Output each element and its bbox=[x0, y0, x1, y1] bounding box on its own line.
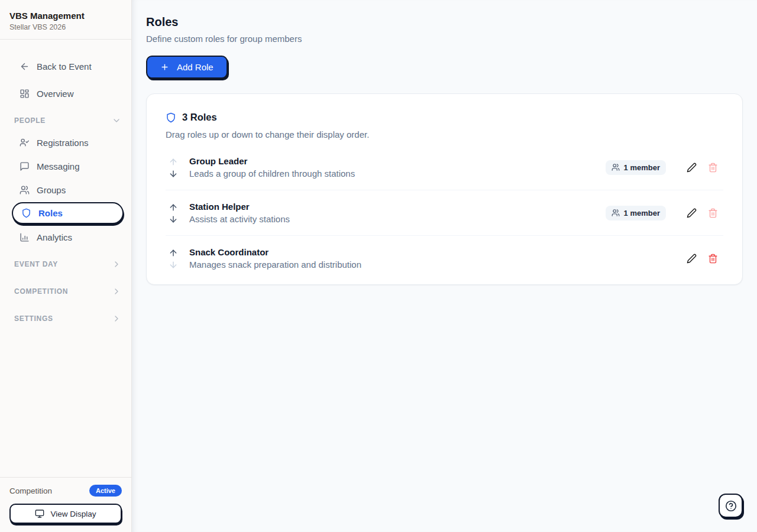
section-header-event-day[interactable]: EVENT DAY bbox=[0, 252, 131, 276]
section-label: EVENT DAY bbox=[14, 260, 58, 268]
pencil-icon bbox=[687, 254, 697, 264]
add-role-label: Add Role bbox=[177, 62, 213, 72]
member-count-label: 1 member bbox=[624, 163, 660, 172]
help-circle-icon bbox=[724, 499, 737, 512]
trash-icon bbox=[708, 208, 718, 218]
drag-hint-text: Drag roles up or down to change their di… bbox=[166, 129, 723, 140]
dashboard-grid-icon bbox=[20, 89, 30, 99]
competition-status-label: Competition bbox=[9, 486, 52, 495]
section-header-settings[interactable]: SETTINGS bbox=[0, 307, 131, 330]
pencil-icon bbox=[687, 208, 697, 218]
move-role-down-button[interactable] bbox=[169, 260, 178, 269]
collapsed-sections-group: EVENT DAY COMPETITION SETTINGS bbox=[0, 252, 131, 330]
users-icon bbox=[612, 163, 620, 171]
sidebar-item-label: Messaging bbox=[37, 161, 80, 171]
sidebar: VBS Management Stellar VBS 2026 Back to … bbox=[0, 0, 132, 532]
arrow-up-icon bbox=[169, 157, 178, 167]
event-name: Stellar VBS 2026 bbox=[9, 23, 122, 31]
move-role-up-button[interactable] bbox=[169, 248, 178, 257]
people-items-group: Registrations Messaging Groups Roles Ana… bbox=[0, 131, 131, 249]
sidebar-item-label: Overview bbox=[37, 89, 74, 99]
role-description: Assists at activity stations bbox=[189, 214, 290, 224]
shield-icon bbox=[166, 112, 176, 123]
sidebar-item-roles[interactable]: Roles bbox=[12, 202, 124, 224]
member-count-badge: 1 member bbox=[606, 206, 666, 220]
sidebar-header: VBS Management Stellar VBS 2026 bbox=[0, 0, 131, 40]
sidebar-item-label: Analytics bbox=[37, 232, 72, 242]
sidebar-item-registrations[interactable]: Registrations bbox=[0, 131, 131, 154]
add-role-button[interactable]: Add Role bbox=[146, 56, 228, 79]
role-row: Snack Coordinator Manages snack preparat… bbox=[166, 236, 723, 281]
edit-role-button[interactable] bbox=[681, 157, 702, 178]
roles-list: Group Leader Leads a group of children t… bbox=[166, 145, 723, 281]
edit-role-button[interactable] bbox=[681, 202, 702, 223]
move-role-up-button[interactable] bbox=[169, 203, 178, 212]
chevron-right-icon bbox=[112, 259, 121, 269]
pencil-icon bbox=[687, 163, 697, 173]
move-role-down-button[interactable] bbox=[169, 169, 178, 178]
plus-icon bbox=[160, 63, 169, 72]
chevron-right-icon bbox=[112, 287, 121, 296]
sidebar-nav: Back to Event Overview PEOPLE Registrati… bbox=[0, 40, 131, 477]
help-button[interactable] bbox=[719, 494, 743, 518]
delete-role-button[interactable] bbox=[702, 248, 723, 269]
arrow-down-icon bbox=[169, 215, 178, 224]
role-description: Leads a group of children through statio… bbox=[189, 168, 355, 179]
status-badge: Active bbox=[89, 485, 122, 497]
chart-column-icon bbox=[20, 232, 30, 242]
sidebar-item-analytics[interactable]: Analytics bbox=[0, 225, 131, 249]
users-icon bbox=[20, 185, 30, 195]
app-title: VBS Management bbox=[9, 11, 122, 21]
arrow-down-icon bbox=[169, 260, 178, 270]
sidebar-item-overview[interactable]: Overview bbox=[0, 80, 131, 107]
move-role-up-button[interactable] bbox=[169, 157, 178, 166]
trash-icon bbox=[708, 163, 718, 173]
delete-role-button[interactable] bbox=[702, 157, 723, 178]
role-description: Manages snack preparation and distributi… bbox=[189, 259, 361, 270]
monitor-icon bbox=[35, 509, 44, 518]
users-icon bbox=[612, 209, 620, 217]
arrow-up-icon bbox=[169, 203, 178, 212]
back-to-event-label: Back to Event bbox=[37, 61, 92, 72]
trash-icon bbox=[708, 254, 718, 264]
shield-icon bbox=[21, 208, 31, 218]
user-check-icon bbox=[20, 138, 30, 148]
arrow-down-icon bbox=[169, 169, 178, 179]
section-header-people[interactable]: PEOPLE bbox=[0, 111, 131, 131]
member-count-label: 1 member bbox=[624, 209, 660, 218]
arrow-up-icon bbox=[169, 248, 178, 258]
roles-count-title: 3 Roles bbox=[182, 112, 217, 123]
sidebar-item-messaging[interactable]: Messaging bbox=[0, 154, 131, 178]
role-name: Group Leader bbox=[189, 156, 355, 166]
sidebar-item-groups[interactable]: Groups bbox=[0, 178, 131, 202]
message-square-icon bbox=[20, 161, 30, 171]
section-label: SETTINGS bbox=[14, 314, 53, 323]
view-display-label: View Display bbox=[50, 510, 96, 518]
role-name: Snack Coordinator bbox=[189, 247, 361, 257]
move-role-down-button[interactable] bbox=[169, 215, 178, 223]
section-header-competition[interactable]: COMPETITION bbox=[0, 280, 131, 303]
roles-card: 3 Roles Drag roles up or down to change … bbox=[146, 93, 743, 285]
sidebar-item-label: Groups bbox=[37, 185, 66, 195]
main-content: Roles Define custom roles for group memb… bbox=[132, 0, 757, 532]
sidebar-item-label: Registrations bbox=[37, 138, 89, 148]
member-count-badge: 1 member bbox=[606, 160, 666, 175]
section-label: COMPETITION bbox=[14, 287, 68, 296]
back-to-event-link[interactable]: Back to Event bbox=[0, 53, 131, 80]
chevron-down-icon bbox=[112, 116, 121, 125]
page-title: Roles bbox=[146, 15, 743, 29]
page-subtitle: Define custom roles for group members bbox=[146, 34, 743, 44]
role-name: Station Helper bbox=[189, 202, 290, 212]
arrow-left-icon bbox=[20, 61, 30, 72]
section-label: PEOPLE bbox=[14, 116, 46, 125]
sidebar-footer: Competition Active View Display bbox=[0, 477, 131, 532]
edit-role-button[interactable] bbox=[681, 248, 702, 269]
sidebar-item-label: Roles bbox=[38, 208, 63, 218]
delete-role-button[interactable] bbox=[702, 202, 723, 223]
role-row: Station Helper Assists at activity stati… bbox=[166, 190, 723, 236]
view-display-button[interactable]: View Display bbox=[9, 504, 122, 524]
role-row: Group Leader Leads a group of children t… bbox=[166, 145, 723, 190]
chevron-right-icon bbox=[112, 314, 121, 323]
